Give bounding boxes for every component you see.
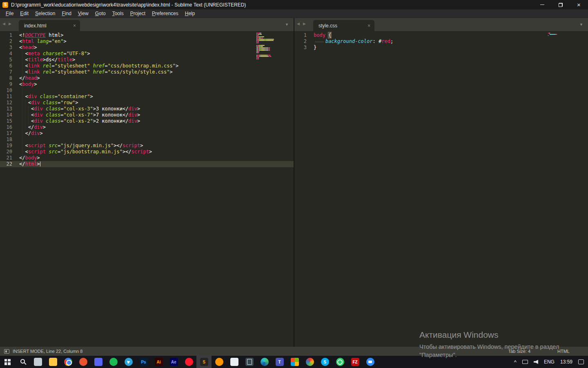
- taskbar-opera-icon[interactable]: [181, 356, 196, 368]
- line-number: 7: [0, 69, 12, 75]
- menu-find[interactable]: Find: [58, 10, 74, 17]
- code-line[interactable]: 10: [0, 88, 294, 94]
- taskbar-whatsapp-icon[interactable]: [332, 356, 347, 368]
- taskbar-sublime-text-icon[interactable]: S: [196, 356, 212, 368]
- code-line[interactable]: 19 <script src="js/jquery.min.js"></scri…: [0, 143, 294, 149]
- taskbar-illustrator-icon[interactable]: Ai: [151, 356, 166, 368]
- taskbar-after-effects-icon[interactable]: Ae: [166, 356, 181, 368]
- code-line[interactable]: 17 </div>: [0, 130, 294, 137]
- taskbar-skype-icon[interactable]: S: [317, 356, 332, 368]
- menu-goto[interactable]: Goto: [92, 10, 109, 17]
- code-line[interactable]: 3}: [294, 45, 588, 51]
- tab-strip-right: ◀ ▶ style.css × ▼: [294, 18, 588, 31]
- close-button[interactable]: ×: [570, 0, 588, 9]
- code-line[interactable]: 1body {: [294, 32, 588, 38]
- status-syntax[interactable]: HTML: [557, 349, 570, 354]
- tab-index-html[interactable]: index.html ×: [19, 20, 80, 31]
- notification-center-icon[interactable]: [578, 359, 584, 364]
- line-number: 14: [0, 112, 12, 118]
- code-editor-css[interactable]: 1body {2 background-color: #red;3}: [294, 31, 588, 347]
- taskbar-spotify-icon[interactable]: [106, 356, 121, 368]
- minimap[interactable]: [256, 33, 274, 60]
- code-line[interactable]: 2 background-color: #red;: [294, 38, 588, 45]
- taskbar-photos-icon[interactable]: [302, 356, 317, 368]
- nav-forward-icon[interactable]: ▶: [9, 22, 11, 26]
- taskbar-filezilla-icon[interactable]: FZ: [347, 356, 363, 368]
- taskbar-firefox-icon[interactable]: [212, 356, 227, 368]
- taskbar-start-icon[interactable]: [0, 356, 15, 368]
- menu-help[interactable]: Help: [182, 10, 198, 17]
- menu-preferences[interactable]: Preferences: [149, 10, 182, 17]
- code-line[interactable]: 13 <div class="col-xs-3">3 колонки</div>: [0, 106, 294, 112]
- code-line[interactable]: 5 <title>ds</title>: [0, 57, 294, 63]
- open-files-dropdown-icon[interactable]: ▼: [579, 22, 583, 27]
- line-number: 10: [0, 88, 12, 94]
- taskbar-chrome-icon[interactable]: [60, 356, 76, 368]
- clock[interactable]: 13:59: [560, 359, 572, 365]
- taskbar-search-icon[interactable]: [15, 356, 30, 368]
- code-line[interactable]: 6 <link rel="stylesheet" href="css/boots…: [0, 63, 294, 69]
- tab-close-icon[interactable]: ×: [73, 23, 76, 29]
- taskbar-file-explorer-icon[interactable]: [45, 356, 60, 368]
- menu-project[interactable]: Project: [127, 10, 149, 17]
- code-line[interactable]: 18: [0, 137, 294, 143]
- keyboard-language[interactable]: ENG: [544, 359, 555, 365]
- code-line[interactable]: 20 <script src="js/bootstrap.min.js"></s…: [0, 149, 294, 155]
- code-line[interactable]: 16 </div>: [0, 124, 294, 130]
- code-line[interactable]: 8</head>: [0, 75, 294, 81]
- code-line[interactable]: 3<head>: [0, 45, 294, 51]
- code-lines[interactable]: 1body {2 background-color: #red;3}: [294, 32, 588, 51]
- code-line[interactable]: 4 <meta charset="UTF-8">: [0, 51, 294, 57]
- taskbar-teams-icon[interactable]: T: [272, 356, 287, 368]
- menu-tools[interactable]: Tools: [109, 10, 127, 17]
- open-files-dropdown-icon[interactable]: ▼: [285, 22, 289, 27]
- restore-button[interactable]: [551, 0, 570, 9]
- code-line[interactable]: 14 <div class="col-xs-7">7 колонок</div>: [0, 112, 294, 118]
- taskbar-store-icon[interactable]: [287, 356, 302, 368]
- nav-forward-icon[interactable]: ▶: [303, 22, 306, 26]
- menu-file[interactable]: File: [2, 10, 17, 17]
- code-line[interactable]: 12 <div class="row">: [0, 100, 294, 106]
- code-line[interactable]: 21</body>: [0, 155, 294, 161]
- code-editor-html[interactable]: 1<!DOCTYPE html>2<html lang="en">3<head>…: [0, 31, 294, 347]
- code-line[interactable]: 7 <link rel="stylesheet" href="css/style…: [0, 69, 294, 75]
- taskbar-notepad-icon[interactable]: [227, 356, 242, 368]
- code-line[interactable]: 1<!DOCTYPE html>: [0, 32, 294, 38]
- network-icon[interactable]: [522, 360, 528, 364]
- status-tab-size[interactable]: Tab Size: 4: [508, 349, 530, 354]
- line-number: 5: [0, 57, 12, 63]
- code-line[interactable]: 11 <div class="container">: [0, 94, 294, 100]
- menu-bar: FileEditSelectionFindViewGotoToolsProjec…: [0, 9, 588, 18]
- taskbar-mail-icon[interactable]: [30, 356, 45, 368]
- minimap[interactable]: [548, 33, 557, 36]
- taskbar-apps: PsAiAeSTSFZ: [0, 356, 378, 368]
- taskbar-zoom-icon[interactable]: [363, 356, 378, 368]
- volume-icon[interactable]: [534, 360, 538, 364]
- taskbar-calculator-icon[interactable]: [242, 356, 257, 368]
- line-number: 20: [0, 149, 12, 155]
- line-number: 18: [0, 137, 12, 143]
- tab-close-icon[interactable]: ×: [368, 23, 370, 29]
- tray-expand-icon[interactable]: ^: [514, 359, 517, 365]
- taskbar-discord-icon[interactable]: [91, 356, 106, 368]
- taskbar-photoshop-icon[interactable]: Ps: [136, 356, 151, 368]
- nav-back-icon[interactable]: ◀: [2, 22, 5, 26]
- code-line[interactable]: 15 <div class="col-xs-2">2 колонки</div>: [0, 118, 294, 124]
- taskbar-brave-icon[interactable]: [76, 356, 91, 368]
- tab-style-css[interactable]: style.css ×: [313, 20, 374, 31]
- minimize-button[interactable]: [533, 0, 551, 9]
- tab-label: style.css: [318, 23, 337, 29]
- code-line[interactable]: 9<body>: [0, 81, 294, 88]
- menu-edit[interactable]: Edit: [17, 10, 32, 17]
- close-icon: ×: [577, 2, 581, 8]
- menu-selection[interactable]: Selection: [32, 10, 58, 17]
- tab-strip-left: ◀ ▶ index.html × ▼: [0, 18, 294, 31]
- code-line[interactable]: 22</html>: [0, 161, 294, 167]
- taskbar-telegram-icon[interactable]: [121, 356, 136, 368]
- code-lines[interactable]: 1<!DOCTYPE html>2<html lang="en">3<head>…: [0, 32, 294, 167]
- nav-back-icon[interactable]: ◀: [297, 22, 300, 26]
- menu-view[interactable]: View: [75, 10, 92, 17]
- code-line[interactable]: 2<html lang="en">: [0, 38, 294, 45]
- taskbar-edge-icon[interactable]: [257, 356, 272, 368]
- pane-right: ◀ ▶ style.css × ▼ 1body {2 background-co…: [294, 18, 588, 347]
